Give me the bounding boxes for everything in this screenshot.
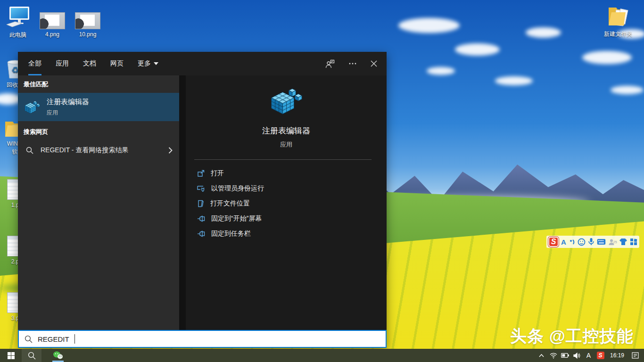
feedback-user-icon[interactable] (325, 59, 335, 68)
preview-app-title: 注册表编辑器 (262, 125, 310, 136)
tab-label: 应用 (56, 59, 69, 68)
tab-more[interactable]: 更多 (138, 52, 158, 75)
battery-icon[interactable] (559, 349, 571, 362)
search-results-column: 最佳匹配 (18, 75, 179, 330)
tab-label: 更多 (138, 59, 151, 68)
sogou-logo-icon[interactable]: S (548, 237, 559, 247)
action-label: 固定到“开始”屏幕 (211, 214, 262, 223)
desktop-icon-label: 4.png (45, 31, 59, 38)
search-input-value: REGEDIT (38, 335, 69, 343)
close-icon[interactable] (371, 60, 377, 67)
action-open[interactable]: 打开 (197, 166, 387, 181)
search-panel-header: 全部 应用 文档 网页 更多 (18, 52, 387, 75)
search-preview-pane: 注册表编辑器 应用 打开 (186, 75, 387, 330)
ime-account-count: 25 (613, 240, 617, 246)
desktop-icon-this-pc[interactable]: 此电脑 (3, 6, 33, 39)
best-match-title: 注册表编辑器 (47, 98, 89, 107)
windows-search-panel: 全部 应用 文档 网页 更多 (18, 52, 387, 348)
search-input[interactable]: REGEDIT (18, 330, 387, 348)
taskbar-clock[interactable]: 16:19 (606, 352, 628, 359)
section-best-match: 最佳匹配 (18, 75, 179, 93)
cloud (526, 27, 561, 38)
ime-language-indicator[interactable]: A (583, 349, 594, 362)
ime-voice-icon[interactable] (588, 238, 594, 246)
preview-actions: 打开 以管理员身份运行 (186, 166, 387, 241)
registry-editor-icon (24, 99, 40, 115)
ime-toolbox-icon[interactable] (630, 238, 637, 246)
ime-skin-icon[interactable] (619, 238, 627, 246)
system-tray: A S 16:19 (536, 349, 644, 362)
sogou-tray-icon[interactable]: S (594, 349, 606, 362)
action-center-icon[interactable] (628, 349, 642, 362)
ime-punctuation-icon[interactable] (569, 238, 575, 246)
pin-to-start-icon (197, 215, 205, 222)
ime-keyboard-icon[interactable] (597, 239, 606, 245)
panel-column-divider (179, 75, 186, 330)
tab-all[interactable]: 全部 (28, 52, 41, 75)
registry-editor-icon-large (270, 86, 303, 116)
pin-to-taskbar-icon (197, 230, 205, 237)
search-header-icons (325, 59, 377, 68)
tab-apps[interactable]: 应用 (56, 52, 69, 75)
open-folder-icon (605, 5, 631, 28)
tray-chevron-up-icon[interactable] (536, 349, 547, 362)
taskbar-wechat-button[interactable] (47, 349, 69, 362)
run-as-admin-icon (197, 185, 205, 192)
action-open-file-location[interactable]: 打开文件位置 (197, 196, 387, 211)
wechat-icon (53, 351, 63, 360)
ime-mode-icon[interactable]: A (561, 238, 566, 246)
watermark-text: 头条 @工控技能 (510, 325, 634, 347)
desktop-icon-label: 软 (12, 148, 17, 156)
network-wifi-icon[interactable] (547, 349, 559, 362)
best-match-result[interactable]: 注册表编辑器 应用 (18, 93, 179, 121)
action-pin-to-start[interactable]: 固定到“开始”屏幕 (197, 211, 387, 226)
taskbar-search-button[interactable] (22, 349, 41, 362)
image-thumbnail-icon (75, 12, 100, 29)
search-panel-body: 最佳匹配 (18, 75, 387, 330)
open-icon (197, 170, 205, 177)
action-pin-to-taskbar[interactable]: 固定到任务栏 (197, 226, 387, 241)
cloud (427, 67, 455, 75)
tab-label: 文档 (83, 59, 96, 68)
tab-web[interactable]: 网页 (110, 52, 124, 75)
text-caret (74, 334, 75, 344)
ime-account-icon[interactable]: 25 (608, 239, 617, 246)
desktop-icon-new-folder[interactable]: 新建文件夹 (603, 5, 633, 38)
tab-label: 全部 (28, 59, 41, 68)
best-match-text: 注册表编辑器 应用 (47, 98, 89, 117)
volume-icon[interactable] (571, 349, 583, 362)
desktop-icon-label: 此电脑 (9, 31, 26, 39)
best-match-subtitle: 应用 (47, 109, 89, 117)
cloud (398, 18, 460, 33)
web-search-text: REGEDIT - 查看网络搜索结果 (41, 146, 128, 155)
tab-documents[interactable]: 文档 (83, 52, 96, 75)
this-pc-icon (6, 6, 30, 29)
action-label: 打开 (211, 169, 224, 178)
desktop-icon-label: 10.png (79, 31, 97, 38)
desktop-icon-label: 新建文件夹 (604, 30, 632, 38)
action-run-as-admin[interactable]: 以管理员身份运行 (197, 181, 387, 196)
preview-divider (194, 159, 372, 160)
file-location-icon (197, 200, 204, 207)
section-search-web: 搜索网页 (18, 123, 179, 140)
web-search-result[interactable]: REGEDIT - 查看网络搜索结果 (18, 140, 179, 160)
ime-emoji-icon[interactable] (578, 238, 586, 246)
cloud (582, 51, 632, 64)
image-thumbnail-icon (40, 12, 65, 29)
chevron-right-icon[interactable] (168, 147, 173, 154)
sogou-ime-toolbar[interactable]: S A 25 (546, 236, 639, 248)
windows-logo-icon (8, 352, 15, 359)
action-label: 固定到任务栏 (211, 230, 251, 238)
search-filter-tabs: 全部 应用 文档 网页 更多 (28, 52, 158, 75)
action-label: 以管理员身份运行 (211, 184, 264, 193)
cloud (611, 86, 644, 94)
search-icon (26, 147, 33, 154)
search-icon (25, 335, 33, 343)
action-label: 打开文件位置 (210, 199, 250, 208)
sogou-badge: S (597, 352, 604, 359)
desktop-icon-10png[interactable]: 10.png (73, 12, 103, 38)
start-button[interactable] (0, 349, 22, 362)
cloud (495, 76, 533, 85)
more-options-icon[interactable] (349, 63, 356, 65)
desktop-icon-4png[interactable]: 4.png (37, 12, 67, 38)
